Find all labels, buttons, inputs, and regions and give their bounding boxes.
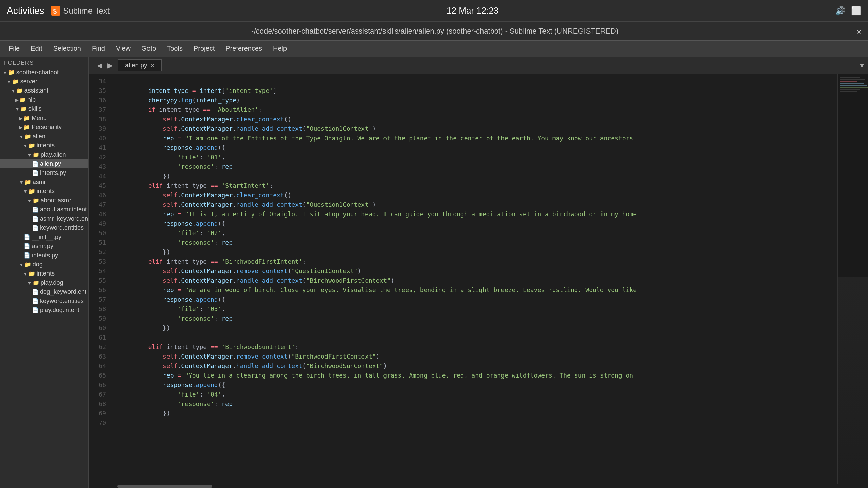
sidebar-item-assistant[interactable]: 📁 assistant xyxy=(0,86,88,95)
folder-arrow-intents-asmr xyxy=(23,189,28,194)
menu-view[interactable]: View xyxy=(111,43,135,54)
folder-icon-personality: 📁 xyxy=(23,124,30,130)
file-icon-asmr-py: 📄 xyxy=(24,243,31,249)
file-icon-intents-py-asmr: 📄 xyxy=(24,252,31,259)
folders-label: FOLDERS xyxy=(0,57,88,68)
editor-area: ◀ ▶ alien.py ✕ ▼ 3435363738 3940414243 4… xyxy=(89,57,868,488)
tab-prev-button[interactable]: ◀ xyxy=(94,60,105,71)
horizontal-scrollbar[interactable] xyxy=(89,484,868,488)
close-button[interactable]: ✕ xyxy=(857,27,861,35)
sidebar-item-soother-chatbot[interactable]: 📁 soother-chatbot xyxy=(0,68,88,77)
sidebar-item-play-dog-intent[interactable]: 📄 play.dog.intent xyxy=(0,306,88,315)
sidebar-item-intents-dog[interactable]: 📁 intents xyxy=(0,269,88,278)
menu-selection[interactable]: Selection xyxy=(48,43,86,54)
sidebar-item-about-asmr[interactable]: 📁 about.asmr xyxy=(0,196,88,205)
folder-arrow-intents-alien xyxy=(23,143,28,148)
menu-goto[interactable]: Goto xyxy=(137,43,161,54)
sidebar-item-about-asmr-intent[interactable]: 📄 about.asmr.intent xyxy=(0,205,88,214)
code-editor[interactable]: intent_type = intent['intent_type'] cher… xyxy=(112,74,837,484)
svg-rect-11 xyxy=(840,94,853,94)
folder-arrow-intents-dog xyxy=(23,271,28,277)
folder-arrow-about-asmr xyxy=(27,198,32,203)
folder-arrow-play-alien xyxy=(27,152,32,158)
app-title: ~/code/soother-chatbot/server/assistant/… xyxy=(250,27,618,36)
folder-arrow-menu xyxy=(19,116,23,121)
folder-arrow-server xyxy=(7,79,12,84)
folder-icon-assistant: 📁 xyxy=(16,87,23,94)
sidebar: FOLDERS 📁 soother-chatbot 📁 server 📁 ass… xyxy=(0,57,89,488)
svg-rect-6 xyxy=(840,83,864,84)
file-icon-keyword-entities-dog: 📄 xyxy=(32,298,39,304)
svg-rect-7 xyxy=(840,85,867,86)
svg-rect-3 xyxy=(840,77,860,78)
sidebar-item-keyword-entities-asmr[interactable]: 📄 keyword.entities xyxy=(0,223,88,232)
tab-alien-py[interactable]: alien.py ✕ xyxy=(118,59,162,71)
sidebar-item-play-dog[interactable]: 📁 play.dog xyxy=(0,278,88,287)
sidebar-item-alien[interactable]: 📁 alien xyxy=(0,132,88,141)
sidebar-item-personality[interactable]: 📁 Personality xyxy=(0,123,88,132)
menu-tools[interactable]: Tools xyxy=(162,43,188,54)
minimap-svg xyxy=(838,74,868,277)
sidebar-item-intents-asmr[interactable]: 📁 intents xyxy=(0,187,88,196)
folder-arrow-alien xyxy=(19,134,24,139)
folder-icon-asmr: 📁 xyxy=(24,179,31,185)
sidebar-item-init-py[interactable]: 📄 __init__.py xyxy=(0,232,88,242)
folder-icon-play-dog: 📁 xyxy=(33,280,39,286)
menu-find[interactable]: Find xyxy=(87,43,110,54)
file-icon-alien-py: 📄 xyxy=(32,161,39,167)
tab-nav: ◀ ▶ xyxy=(92,60,118,71)
svg-text:S: S xyxy=(53,7,57,15)
folder-icon-intents-asmr: 📁 xyxy=(28,188,35,195)
menu-help[interactable]: Help xyxy=(268,43,292,54)
sidebar-item-keyword-entities-dog[interactable]: 📄 keyword.entities xyxy=(0,297,88,306)
screen-icon[interactable]: ⬜ xyxy=(851,6,861,16)
tab-filename: alien.py xyxy=(125,62,147,69)
menu-file[interactable]: File xyxy=(4,43,24,54)
file-icon-init-py: 📄 xyxy=(24,234,31,240)
main-layout: FOLDERS 📁 soother-chatbot 📁 server 📁 ass… xyxy=(0,57,868,488)
folder-icon-intents-alien: 📁 xyxy=(28,142,35,149)
sidebar-item-intents-alien[interactable]: 📁 intents xyxy=(0,141,88,150)
tab-dropdown-button[interactable]: ▼ xyxy=(856,61,868,69)
minimap xyxy=(837,74,868,484)
sidebar-item-asmr[interactable]: 📁 asmr xyxy=(0,178,88,187)
sidebar-item-server[interactable]: 📁 server xyxy=(0,77,88,86)
code-container: 3435363738 3940414243 4445464748 4950515… xyxy=(89,74,868,484)
sidebar-item-nlp[interactable]: 📁 nlp xyxy=(0,95,88,104)
file-icon-asmr-keyword-en: 📄 xyxy=(32,216,39,222)
system-tray: 🔊 ⬜ xyxy=(835,6,861,16)
sidebar-item-asmr-keyword-en[interactable]: 📄 asmr_keyword.en xyxy=(0,214,88,223)
folder-arrow-nlp xyxy=(15,97,19,103)
activities-label[interactable]: Activities xyxy=(7,5,44,16)
svg-rect-9 xyxy=(840,89,860,90)
line-numbers: 3435363738 3940414243 4445464748 4950515… xyxy=(89,74,112,484)
svg-rect-10 xyxy=(840,92,857,92)
folder-arrow-skills xyxy=(15,106,20,112)
tab-close-button[interactable]: ✕ xyxy=(150,62,155,69)
app-icon: S Sublime Text xyxy=(51,6,110,16)
sidebar-item-play-alien[interactable]: 📁 play.alien xyxy=(0,150,88,159)
sidebar-item-dog[interactable]: 📁 dog xyxy=(0,260,88,269)
scrollbar-thumb[interactable] xyxy=(117,485,212,488)
sidebar-item-intents-py-alien[interactable]: 📄 intents.py xyxy=(0,168,88,178)
sidebar-item-dog-keyword-enti[interactable]: 📄 dog_keyword.enti xyxy=(0,287,88,297)
sidebar-item-intents-py-asmr[interactable]: 📄 intents.py xyxy=(0,251,88,260)
tab-next-button[interactable]: ▶ xyxy=(105,60,115,71)
folder-icon-skills: 📁 xyxy=(20,106,27,112)
folder-icon-play-alien: 📁 xyxy=(33,151,39,158)
menu-preferences[interactable]: Preferences xyxy=(221,43,267,54)
folder-arrow-dog xyxy=(19,262,24,267)
folder-icon-nlp: 📁 xyxy=(19,97,26,103)
sidebar-item-alien-py[interactable]: 📄 alien.py xyxy=(0,159,88,168)
menu-project[interactable]: Project xyxy=(189,43,219,54)
sidebar-item-skills[interactable]: 📁 skills xyxy=(0,104,88,114)
volume-icon[interactable]: 🔊 xyxy=(835,6,846,16)
sidebar-item-menu[interactable]: 📁 Menu xyxy=(0,114,88,123)
folder-arrow-play-dog xyxy=(27,280,32,286)
folder-icon-soother-chatbot: 📁 xyxy=(8,69,15,76)
file-icon-about-asmr-intent: 📄 xyxy=(32,206,39,213)
file-icon-keyword-entities-asmr: 📄 xyxy=(32,225,39,231)
menu-edit[interactable]: Edit xyxy=(26,43,47,54)
sidebar-item-asmr-py[interactable]: 📄 asmr.py xyxy=(0,242,88,251)
folder-arrow-assistant xyxy=(11,88,16,94)
